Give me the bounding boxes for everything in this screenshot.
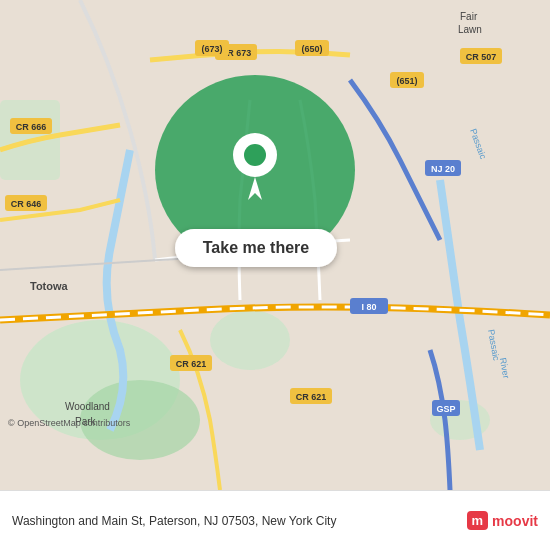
svg-text:(673): (673) [201, 44, 222, 54]
svg-text:Fair: Fair [460, 11, 478, 22]
svg-text:(650): (650) [301, 44, 322, 54]
svg-point-40 [244, 144, 266, 166]
osm-copyright: © OpenStreetMap contributors [8, 418, 130, 428]
svg-point-4 [210, 310, 290, 370]
moovit-m-logo: m [467, 511, 489, 530]
svg-text:CR 666: CR 666 [16, 122, 47, 132]
svg-text:I 80: I 80 [361, 302, 376, 312]
bottom-bar: Washington and Main St, Paterson, NJ 075… [0, 490, 550, 550]
svg-text:CR 507: CR 507 [466, 52, 497, 62]
moovit-text: moovit [492, 513, 538, 529]
svg-text:CR 646: CR 646 [11, 199, 42, 209]
moovit-logo: m moovit [467, 511, 538, 530]
address-text: Washington and Main St, Paterson, NJ 075… [12, 514, 467, 528]
svg-text:GSP: GSP [436, 404, 455, 414]
svg-text:Totowa: Totowa [30, 280, 69, 292]
svg-text:CR 621: CR 621 [176, 359, 207, 369]
svg-text:Take me there: Take me there [203, 239, 310, 256]
svg-text:(651): (651) [396, 76, 417, 86]
svg-text:Lawn: Lawn [458, 24, 482, 35]
svg-text:NJ 20: NJ 20 [431, 164, 455, 174]
map-container[interactable]: I 80 NJ 20 GSP CR 673 CR 666 CR 646 (673… [0, 0, 550, 490]
svg-text:Woodland: Woodland [65, 401, 110, 412]
svg-text:CR 621: CR 621 [296, 392, 327, 402]
